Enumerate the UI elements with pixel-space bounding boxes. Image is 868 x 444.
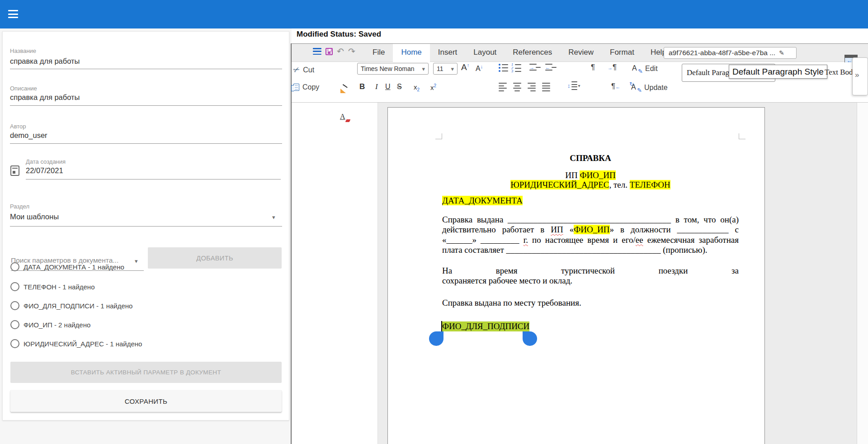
tab-review[interactable]: Review (560, 44, 602, 62)
shrink-font-icon[interactable]: A↓ (476, 64, 483, 73)
param-label-date-document[interactable]: ДАТА_ДОКУМЕНТА - 1 найдено (24, 263, 124, 271)
radio-date-document[interactable] (10, 262, 19, 271)
param-fio-ip-2[interactable]: ФИО_ИП (574, 225, 609, 234)
style-next-option[interactable]: Text Bod (825, 68, 853, 77)
doc-line: Справка выдана _________________________… (442, 215, 739, 225)
toolbar-overflow-button[interactable]: » (852, 57, 868, 95)
top-app-bar (0, 0, 868, 28)
author-field[interactable]: demo_user (10, 131, 47, 140)
underline-button[interactable]: U (385, 83, 391, 91)
doc-header-lines: ИП ФИО_ИП ЮРИДИЧЕСКИЙ_АДРЕС, тел. ТЕЛЕФО… (442, 170, 739, 189)
increase-indent-icon[interactable]: → (529, 64, 541, 71)
grow-font-icon[interactable]: A↑ (461, 62, 469, 72)
hamburger-menu-icon[interactable] (8, 10, 18, 18)
radio-legal-address[interactable] (10, 339, 19, 348)
document-id-text: a9f76621-abba-48f7-a5be-e7ba ... (669, 49, 775, 57)
tab-references[interactable]: References (505, 44, 560, 62)
copy-button[interactable]: Copy (293, 83, 319, 91)
insert-active-param-button[interactable]: ВСТАВИТЬ АКТИВНЫЙ ПАРАМЕТР В ДОКУМЕНТ (10, 362, 282, 383)
app-screen: Название справка для работы Описание спр… (0, 0, 868, 444)
param-search-dropdown-icon[interactable]: ▾ (135, 258, 138, 265)
scissors-icon: ✂ (292, 64, 302, 76)
selection-handle-right[interactable] (523, 331, 537, 346)
radio-fio-signature[interactable] (10, 301, 19, 310)
tab-layout[interactable]: Layout (465, 44, 505, 62)
selected-parameter[interactable]: ФИО_ДЛЯ_ПОДПИСИ (442, 321, 529, 331)
param-telephone[interactable]: ТЕЛЕФОН (630, 180, 670, 189)
right-to-left-icon[interactable]: ¶← (611, 82, 620, 91)
update-style-icon: ↻A✎ (631, 83, 641, 92)
doc-paragraph-3: Справка выдана по месту требования. (442, 298, 739, 308)
document-name-field[interactable]: a9f76621-abba-48f7-a5be-e7ba ... ✎ (664, 47, 797, 59)
doc-line: На время туристической поездки за (442, 266, 739, 276)
name-field-label: Название (10, 47, 36, 54)
param-label-legal-address[interactable]: ЮРИДИЧЕСКИЙ_АДРЕС - 1 найдено (24, 340, 142, 348)
add-param-button[interactable]: ДОБАВИТЬ (148, 247, 282, 269)
section-select[interactable]: Мои шаблоны (10, 213, 59, 221)
update-style-button[interactable]: ↻A✎ Update (631, 83, 668, 92)
justify-icon[interactable] (542, 83, 550, 91)
document-page[interactable]: СПРАВКА ИП ФИО_ИП ЮРИДИЧЕСКИЙ_АДРЕС, тел… (387, 107, 765, 444)
doc-line: действительно работает в ИП «ФИО_ИП» в д… (442, 225, 739, 235)
vertical-scrollbar[interactable] (857, 103, 868, 444)
cut-button[interactable]: ✂ Cut (293, 65, 314, 75)
param-label-fio-ip[interactable]: ФИО_ИП - 2 найдено (24, 321, 90, 329)
description-field-label: Описание (10, 85, 37, 92)
decrease-indent-icon[interactable]: ← (545, 64, 557, 71)
clone-formatting-icon[interactable] (340, 85, 349, 94)
superscript-button[interactable]: x2 (430, 82, 436, 91)
calendar-icon[interactable] (10, 165, 19, 176)
strikethrough-button[interactable]: S (397, 83, 402, 91)
doc-date-line: ДАТА_ДОКУМЕНТА (442, 196, 523, 206)
description-field[interactable]: справка для работы (10, 93, 80, 102)
text-boundary-corner-left (435, 133, 442, 139)
formatting-marks-icon[interactable]: ¶ (591, 63, 595, 72)
author-field-label: Автор (10, 123, 26, 130)
selection-handle-left[interactable] (429, 331, 443, 346)
section-dropdown-icon[interactable]: ▾ (272, 214, 275, 221)
param-label-fio-signature[interactable]: ФИО_ДЛЯ_ПОДПИСИ - 1 найдено (24, 302, 132, 310)
text-cursor (441, 321, 442, 332)
subscript-button[interactable]: x2 (414, 83, 420, 93)
edit-style-button[interactable]: A✎ Edit (632, 64, 658, 73)
rename-pencil-icon[interactable]: ✎ (779, 49, 784, 57)
align-left-icon[interactable] (499, 83, 507, 91)
line-spacing-icon[interactable]: ↕ ▾ (567, 81, 580, 90)
param-date-document[interactable]: ДАТА_ДОКУМЕНТА (442, 196, 523, 205)
radio-telephone[interactable] (10, 282, 19, 291)
creation-date-label: Дата создания (26, 158, 66, 165)
font-size-combobox[interactable]: 11▾ (433, 63, 458, 75)
name-field[interactable]: справка для работы (10, 57, 80, 66)
bold-button[interactable]: B (359, 82, 365, 91)
redo-icon[interactable]: ↷ (348, 47, 355, 56)
numbered-list-icon[interactable]: 1 2 3 (511, 64, 521, 72)
tab-home[interactable]: Home (393, 44, 429, 62)
radio-fio-ip[interactable] (10, 320, 19, 329)
italic-button[interactable]: I (375, 82, 378, 91)
creation-date-field[interactable]: 22/07/2021 (26, 166, 63, 175)
author-field-underline (10, 143, 282, 144)
doc-line: Справка выдана по месту требования. (442, 298, 739, 308)
save-button[interactable]: СОХРАНИТЬ (10, 390, 282, 412)
editor-menu-icon[interactable] (313, 48, 321, 55)
undo-icon[interactable]: ↶ (337, 47, 344, 56)
param-label-telephone[interactable]: ТЕЛЕФОН - 1 найдено (24, 283, 95, 291)
tab-format[interactable]: Format (602, 44, 642, 62)
param-fio-ip[interactable]: ФИО_ИП (580, 170, 615, 180)
param-legal-address[interactable]: ЮРИДИЧЕСКИЙ_АДРЕС (510, 180, 609, 189)
clear-formatting-icon[interactable]: A (340, 113, 349, 123)
font-name-combobox[interactable]: Times New Roman▾ (357, 63, 429, 75)
edit-style-icon: A✎ (632, 64, 642, 73)
text-boundary-corner-right (739, 133, 745, 139)
name-field-underline (10, 69, 282, 69)
bullet-list-icon[interactable] (499, 64, 508, 72)
align-right-icon[interactable] (528, 83, 536, 91)
left-to-right-icon[interactable]: →¶ (608, 63, 617, 72)
tab-file[interactable]: File (364, 44, 393, 62)
doc-line: плата составляет _______________________… (442, 245, 739, 255)
doc-paragraph-1: Справка выдана _________________________… (442, 215, 739, 255)
copy-icon (293, 84, 299, 91)
tab-insert[interactable]: Insert (430, 44, 466, 62)
align-center-icon[interactable] (513, 83, 521, 91)
save-icon[interactable] (326, 48, 333, 55)
